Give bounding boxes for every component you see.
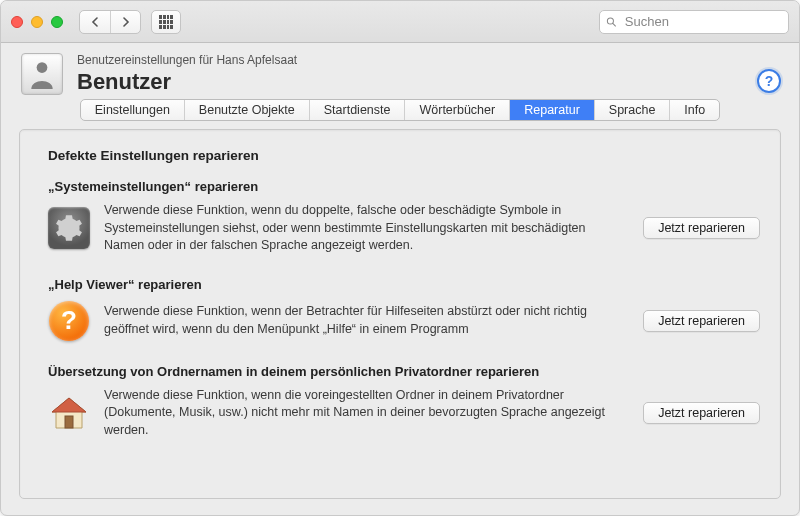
svg-marker-4	[52, 398, 86, 412]
tab-reparatur[interactable]: Reparatur	[510, 100, 595, 120]
repair-item: „Systemeinstellungen“ reparierenVerwende…	[48, 179, 760, 255]
svg-point-2	[37, 62, 48, 73]
repair-item-icon: ?	[48, 300, 90, 342]
close-window-button[interactable]	[11, 16, 23, 28]
repair-items-list: „Systemeinstellungen“ reparierenVerwende…	[48, 179, 760, 439]
tab-info[interactable]: Info	[670, 100, 719, 120]
home-icon	[48, 392, 90, 434]
toolbar	[1, 1, 799, 43]
repair-item-icon	[48, 392, 90, 434]
repair-item-description: Verwende diese Funktion, wenn der Betrac…	[104, 303, 629, 338]
nav-back-forward	[79, 10, 141, 34]
pane-header: Benutzereinstellungen für Hans Apfelsaat…	[1, 43, 799, 95]
repair-now-button[interactable]: Jetzt reparieren	[643, 402, 760, 424]
tab-einstellungen[interactable]: Einstellungen	[81, 100, 185, 120]
svg-line-1	[613, 23, 616, 26]
back-button[interactable]	[80, 11, 110, 33]
show-all-button[interactable]	[151, 10, 181, 34]
tab-startdienste[interactable]: Startdienste	[310, 100, 406, 120]
pane-subtitle: Benutzereinstellungen für Hans Apfelsaat	[77, 53, 297, 67]
grid-icon	[159, 15, 173, 29]
tab-wörterbücher[interactable]: Wörterbücher	[405, 100, 510, 120]
repair-item-row: Verwende diese Funktion, wenn du doppelt…	[48, 202, 760, 255]
search-input[interactable]	[623, 13, 782, 30]
repair-item-icon	[48, 207, 90, 249]
search-field[interactable]	[599, 10, 789, 34]
tab-sprache[interactable]: Sprache	[595, 100, 671, 120]
repair-item-title: „Systemeinstellungen“ reparieren	[48, 179, 760, 194]
repair-item: „Help Viewer“ reparieren?Verwende diese …	[48, 277, 760, 342]
content-pane: Defekte Einstellungen reparieren „System…	[19, 129, 781, 499]
tab-bar: EinstellungenBenutzte ObjekteStartdienst…	[80, 99, 720, 121]
forward-button[interactable]	[110, 11, 140, 33]
tab-benutzte-objekte[interactable]: Benutzte Objekte	[185, 100, 310, 120]
pane-title: Benutzer	[77, 69, 297, 95]
person-icon	[29, 59, 55, 89]
repair-item-title: Übersetzung von Ordnernamen in deinem pe…	[48, 364, 760, 379]
user-avatar	[21, 53, 63, 95]
repair-item-row: ?Verwende diese Funktion, wenn der Betra…	[48, 300, 760, 342]
repair-item: Übersetzung von Ordnernamen in deinem pe…	[48, 364, 760, 440]
repair-item-description: Verwende diese Funktion, wenn du doppelt…	[104, 202, 629, 255]
repair-item-description: Verwende diese Funktion, wenn die vorein…	[104, 387, 629, 440]
search-icon	[606, 16, 617, 28]
zoom-window-button[interactable]	[51, 16, 63, 28]
tabs-container: EinstellungenBenutzte ObjekteStartdienst…	[1, 95, 799, 121]
repair-item-row: Verwende diese Funktion, wenn die vorein…	[48, 387, 760, 440]
repair-now-button[interactable]: Jetzt reparieren	[643, 217, 760, 239]
repair-item-title: „Help Viewer“ reparieren	[48, 277, 760, 292]
pane-titles: Benutzereinstellungen für Hans Apfelsaat…	[77, 53, 297, 95]
help-button[interactable]: ?	[757, 69, 781, 93]
question-icon: ?	[49, 301, 89, 341]
section-heading: Defekte Einstellungen reparieren	[48, 148, 760, 163]
window-controls	[11, 16, 63, 28]
minimize-window-button[interactable]	[31, 16, 43, 28]
repair-now-button[interactable]: Jetzt reparieren	[643, 310, 760, 332]
gear-icon	[48, 207, 90, 249]
preferences-window: Benutzereinstellungen für Hans Apfelsaat…	[0, 0, 800, 516]
svg-rect-5	[65, 416, 73, 428]
